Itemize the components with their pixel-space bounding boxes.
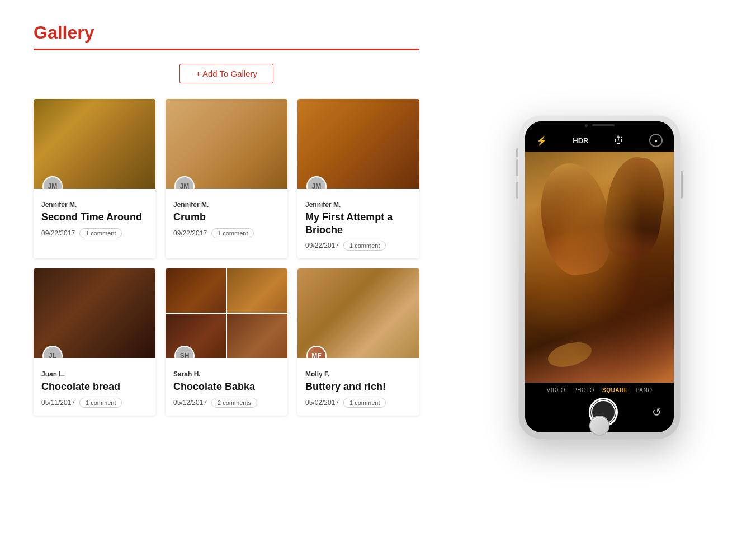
card-meta-4: 05/11/2017 1 comment <box>41 398 148 408</box>
comment-badge-6: 1 comment <box>343 398 386 408</box>
gallery-card-3[interactable]: JM Jennifer M. My First Attempt a Brioch… <box>297 99 419 258</box>
front-camera-dot <box>585 124 588 127</box>
gallery-divider <box>34 49 419 50</box>
card-date-6: 05/02/2017 <box>305 399 339 407</box>
card-image-2: JM <box>166 99 287 189</box>
gallery-section: Gallery + Add To Gallery JM Jennifer M. … <box>0 0 447 438</box>
mode-photo[interactable]: PHOTO <box>573 387 594 393</box>
card-body-4: Juan L. Chocolate bread 05/11/2017 1 com… <box>34 358 155 416</box>
card-meta-6: 05/02/2017 1 comment <box>305 398 412 408</box>
gallery-card-1[interactable]: JM Jennifer M. Second Time Around 09/22/… <box>34 99 155 258</box>
camera-top-controls: ⚡ HDR ⏱ ● <box>525 129 674 152</box>
comment-badge-2: 1 comment <box>211 228 254 238</box>
card-date-5: 05/12/2017 <box>173 399 207 407</box>
card-title-5: Chocolate Babka <box>173 380 280 393</box>
card-meta-2: 09/22/2017 1 comment <box>173 228 280 238</box>
camera-modes: VIDEO PHOTO SQUARE PANO <box>532 387 667 393</box>
card-date-3: 09/22/2017 <box>305 242 339 249</box>
timer-icon[interactable]: ⏱ <box>614 135 624 147</box>
mode-pano[interactable]: PANO <box>636 387 653 393</box>
card-image-1: JM <box>34 99 155 189</box>
card-title-2: Crumb <box>173 211 280 224</box>
gallery-card-5[interactable]: SH Sarah H. Chocolate Babka 05/12/2017 2… <box>166 268 287 416</box>
card-title-4: Chocolate bread <box>41 380 148 393</box>
card-author-6: Molly F. <box>305 370 412 378</box>
card-author-4: Juan L. <box>41 370 148 378</box>
gallery-title: Gallery <box>34 22 419 43</box>
card-image-5: SH <box>166 268 287 358</box>
card-body-5: Sarah H. Chocolate Babka 05/12/2017 2 co… <box>166 358 287 416</box>
comment-badge-5: 2 comments <box>211 398 257 408</box>
phone-outer: ⚡ HDR ⏱ ● <box>518 115 681 439</box>
card-image-6: MF <box>297 268 419 358</box>
card-image-3: JM <box>297 99 419 189</box>
card-body-1: Jennifer M. Second Time Around 09/22/201… <box>34 189 155 246</box>
viewfinder-image <box>525 152 674 383</box>
card-date-2: 09/22/2017 <box>173 229 207 237</box>
card-author-5: Sarah H. <box>173 370 280 378</box>
home-button[interactable] <box>589 416 609 436</box>
card-body-6: Molly F. Buttery and rich! 05/02/2017 1 … <box>297 358 419 416</box>
card-date-1: 09/22/2017 <box>41 229 75 237</box>
mute-button <box>516 148 518 157</box>
card-author-3: Jennifer M. <box>305 201 412 209</box>
card-author-2: Jennifer M. <box>173 201 280 209</box>
mode-square[interactable]: SQUARE <box>602 387 628 393</box>
add-to-gallery-button[interactable]: + Add To Gallery <box>179 64 273 83</box>
live-photo-icon[interactable]: ● <box>649 134 663 147</box>
mode-video[interactable]: VIDEO <box>547 387 566 393</box>
gallery-grid: JM Jennifer M. Second Time Around 09/22/… <box>34 99 419 416</box>
gallery-card-2[interactable]: JM Jennifer M. Crumb 09/22/2017 1 commen… <box>166 99 287 258</box>
card-title-3: My First Attempt a Brioche <box>305 211 412 236</box>
phone-screen: ⚡ HDR ⏱ ● <box>525 121 674 432</box>
card-date-4: 05/11/2017 <box>41 399 75 407</box>
power-button <box>681 171 683 199</box>
card-meta-5: 05/12/2017 2 comments <box>173 398 280 408</box>
card-title-1: Second Time Around <box>41 211 148 224</box>
comment-badge-3: 1 comment <box>343 241 386 251</box>
flash-off-icon[interactable]: ⚡ <box>536 135 547 146</box>
card-body-3: Jennifer M. My First Attempt a Brioche 0… <box>297 189 419 258</box>
card-author-1: Jennifer M. <box>41 201 148 209</box>
card-meta-1: 09/22/2017 1 comment <box>41 228 148 238</box>
flip-camera-icon[interactable]: ↺ <box>652 406 662 419</box>
camera-viewfinder <box>525 152 674 383</box>
card-body-2: Jennifer M. Crumb 09/22/2017 1 comment <box>166 189 287 246</box>
hdr-button[interactable]: HDR <box>573 136 588 145</box>
page-container: Gallery + Add To Gallery JM Jennifer M. … <box>0 0 756 556</box>
phone-top-bar <box>525 121 674 129</box>
comment-badge-1: 1 comment <box>79 228 122 238</box>
card-image-4: JL <box>34 268 155 358</box>
card-meta-3: 09/22/2017 1 comment <box>305 241 412 251</box>
card-title-6: Buttery and rich! <box>305 380 412 393</box>
phone-mockup-section: ⚡ HDR ⏱ ● <box>454 11 745 543</box>
comment-badge-4: 1 comment <box>79 398 122 408</box>
volume-down-button <box>516 182 518 199</box>
gallery-card-4[interactable]: JL Juan L. Chocolate bread 05/11/2017 1 … <box>34 268 155 416</box>
volume-up-button <box>516 159 518 176</box>
gallery-card-6[interactable]: MF Molly F. Buttery and rich! 05/02/2017… <box>297 268 419 416</box>
phone-speaker <box>592 124 615 126</box>
